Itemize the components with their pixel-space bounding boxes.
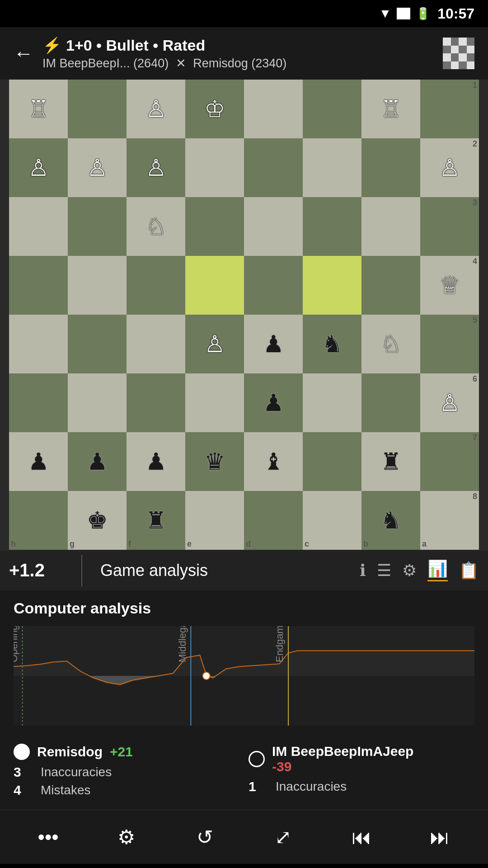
white-piece: ♕ — [439, 274, 460, 297]
chess-square[interactable] — [185, 138, 244, 197]
chess-square[interactable] — [9, 256, 68, 315]
chess-square[interactable] — [303, 138, 361, 197]
chess-square[interactable] — [185, 373, 244, 432]
chess-board[interactable]: ♖♙♔♖1♙♙♙2♙♘34♕♙♟♞♘5♟6♙♟♟♟♛♝♜7hg♚f♜edcb♞8… — [9, 80, 479, 550]
chess-square[interactable] — [303, 373, 361, 432]
settings-icon[interactable]: ⚙ — [402, 561, 417, 580]
chess-square[interactable]: ♙ — [9, 138, 68, 197]
report-icon[interactable]: 📋 — [459, 561, 479, 580]
chess-square[interactable]: ♖ — [9, 80, 68, 138]
chess-square[interactable]: e — [185, 491, 244, 550]
prev-button[interactable]: ⏮ — [343, 819, 380, 855]
chess-square[interactable] — [68, 197, 127, 256]
status-time: 10:57 — [437, 5, 474, 22]
chess-square[interactable] — [185, 197, 244, 256]
chess-square[interactable]: d — [244, 491, 303, 550]
header-left: ← ⚡ 1+0 • Bullet • Rated IM BeepBeepI...… — [14, 36, 286, 71]
chess-square[interactable] — [244, 256, 303, 315]
chart-icon[interactable]: 📊 — [427, 559, 448, 581]
chess-square[interactable] — [127, 315, 185, 373]
moves-icon[interactable]: ☰ — [377, 561, 391, 580]
white-piece: ♙ — [87, 156, 108, 179]
white-piece: ♘ — [380, 332, 402, 356]
player1-name: IM BeepBeepI... (2640) — [42, 57, 169, 70]
chess-square[interactable]: ♙ — [127, 138, 185, 197]
chess-square[interactable]: ♙ — [68, 138, 127, 197]
chess-square[interactable] — [68, 256, 127, 315]
chess-square[interactable] — [127, 373, 185, 432]
chess-square[interactable] — [244, 80, 303, 138]
board-thumbnail-icon[interactable] — [443, 38, 474, 69]
chess-square[interactable] — [185, 256, 244, 315]
chess-square[interactable] — [68, 373, 127, 432]
rank-label: 7 — [473, 433, 477, 443]
chess-board-container[interactable]: ♖♙♔♖1♙♙♙2♙♘34♕♙♟♞♘5♟6♙♟♟♟♛♝♜7hg♚f♜edcb♞8… — [0, 80, 488, 550]
chess-square[interactable]: ♟ — [68, 432, 127, 491]
analysis-chart[interactable]: Opening Middlegame Endgame — [14, 626, 474, 726]
chess-square[interactable]: 1 — [420, 80, 479, 138]
fullscreen-button[interactable]: ⤢ — [265, 819, 301, 855]
chess-square[interactable]: g♚ — [68, 491, 127, 550]
chess-square[interactable]: f♜ — [127, 491, 185, 550]
chess-square[interactable]: ♟ — [244, 373, 303, 432]
chess-square[interactable]: ♝ — [244, 432, 303, 491]
chart-svg: Opening Middlegame Endgame — [14, 626, 474, 726]
chess-square[interactable] — [303, 256, 361, 315]
chess-square[interactable] — [361, 256, 420, 315]
menu-button[interactable]: ••• — [30, 819, 66, 855]
file-label: g — [70, 539, 75, 549]
flip-button[interactable]: ↺ — [187, 819, 223, 855]
chess-square[interactable]: h — [9, 491, 68, 550]
chess-square[interactable]: 4♕ — [420, 256, 479, 315]
chess-square[interactable]: ♘ — [361, 315, 420, 373]
chess-square[interactable] — [9, 373, 68, 432]
chess-square[interactable]: 6♙ — [420, 373, 479, 432]
chess-square[interactable]: 8a — [420, 491, 479, 550]
chess-square[interactable] — [303, 197, 361, 256]
white-player-score: +21 — [110, 744, 133, 760]
chess-square[interactable] — [68, 315, 127, 373]
chess-square[interactable] — [361, 197, 420, 256]
black-player-name-row: IM BeepBeepImAJeep -39 — [249, 744, 474, 774]
chess-square[interactable]: ♜ — [361, 432, 420, 491]
white-piece: ♙ — [28, 156, 49, 179]
chess-square[interactable] — [9, 315, 68, 373]
chess-square[interactable] — [361, 373, 420, 432]
analysis-icons: ℹ ☰ ⚙ 📊 📋 — [360, 559, 479, 581]
chess-square[interactable] — [244, 197, 303, 256]
chess-square[interactable]: ♘ — [127, 197, 185, 256]
chess-square[interactable]: ♟ — [9, 432, 68, 491]
chess-square[interactable] — [303, 432, 361, 491]
chess-square[interactable] — [68, 80, 127, 138]
chess-square[interactable]: ♖ — [361, 80, 420, 138]
white-player-dot — [14, 744, 30, 760]
file-label: c — [305, 539, 309, 549]
chess-square[interactable]: ♟ — [244, 315, 303, 373]
chess-square[interactable]: ♞ — [303, 315, 361, 373]
chess-square[interactable]: 2♙ — [420, 138, 479, 197]
chess-square[interactable]: c — [303, 491, 361, 550]
chess-square[interactable] — [303, 80, 361, 138]
chess-square[interactable]: 5 — [420, 315, 479, 373]
game-info: ⚡ 1+0 • Bullet • Rated IM BeepBeepI... (… — [42, 36, 286, 71]
back-button[interactable]: ← — [14, 42, 33, 65]
chess-square[interactable]: ♙ — [127, 80, 185, 138]
wifi-icon: ▼ — [379, 6, 391, 21]
chess-square[interactable]: ♟ — [127, 432, 185, 491]
chess-square[interactable] — [361, 138, 420, 197]
settings-button[interactable]: ⚙ — [108, 819, 145, 855]
chess-square[interactable] — [9, 197, 68, 256]
chess-square[interactable]: 7 — [420, 432, 479, 491]
chess-square[interactable]: ♙ — [185, 315, 244, 373]
white-mistakes-row: 4 Mistakes — [14, 783, 239, 798]
info-icon[interactable]: ℹ — [360, 561, 366, 580]
chess-square[interactable]: b♞ — [361, 491, 420, 550]
chess-square[interactable] — [127, 256, 185, 315]
rank-label: 8 — [473, 492, 477, 501]
chess-square[interactable]: ♔ — [185, 80, 244, 138]
chess-square[interactable] — [244, 138, 303, 197]
white-player-name-row: Remisdog +21 — [14, 744, 239, 760]
next-button[interactable]: ⏭ — [422, 819, 458, 855]
chess-square[interactable]: 3 — [420, 197, 479, 256]
chess-square[interactable]: ♛ — [185, 432, 244, 491]
